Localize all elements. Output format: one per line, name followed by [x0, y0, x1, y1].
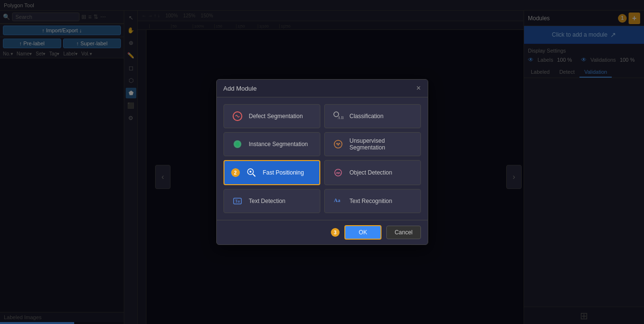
fast-positioning-icon	[245, 166, 258, 179]
modal-overlay[interactable]: Add Module × Defect Segmentation A B	[0, 0, 644, 324]
module-object-detection[interactable]: Object Detection	[324, 160, 421, 185]
svg-line-7	[253, 174, 255, 176]
module-instance-seg[interactable]: Instance Segmentation	[223, 132, 320, 156]
svg-point-4	[236, 142, 239, 146]
modal-body: Defect Segmentation A B Classification	[217, 97, 428, 220]
svg-point-5	[334, 140, 342, 148]
ok-button[interactable]: OK	[344, 225, 381, 240]
text-recognition-icon: Aa	[331, 194, 345, 208]
svg-text:Tα: Tα	[235, 199, 240, 203]
module-text-detection[interactable]: Tα Text Detection	[223, 189, 320, 213]
svg-point-8	[250, 171, 251, 173]
module-classification[interactable]: A B Classification	[324, 104, 421, 128]
modal-footer: 3 OK Cancel	[217, 220, 428, 244]
cancel-button[interactable]: Cancel	[386, 226, 421, 239]
instance-seg-label: Instance Segmentation	[249, 141, 308, 148]
classification-label: Classification	[350, 113, 384, 120]
unsupervised-seg-icon	[331, 137, 345, 151]
text-recognition-label: Text Recognition	[350, 198, 393, 204]
instance-seg-icon	[231, 137, 244, 151]
text-detection-icon: Tα	[231, 194, 244, 208]
unsupervised-seg-label: Unsupervised Segmentation	[350, 137, 414, 151]
text-detection-label: Text Detection	[249, 198, 286, 204]
modal-header: Add Module ×	[217, 80, 428, 97]
svg-text:Aa: Aa	[334, 197, 341, 203]
module-fast-positioning[interactable]: 2 Fast Positioning	[223, 160, 320, 185]
step3-badge: 3	[331, 228, 340, 237]
module-defect-seg[interactable]: Defect Segmentation	[223, 104, 320, 128]
svg-point-9	[335, 169, 342, 176]
defect-seg-icon	[231, 109, 244, 123]
module-text-recognition[interactable]: Aa Text Recognition	[324, 189, 421, 213]
classification-icon: A B	[331, 109, 345, 123]
add-module-dialog: Add Module × Defect Segmentation A B	[216, 79, 428, 245]
module-unsupervised-seg[interactable]: Unsupervised Segmentation	[324, 132, 421, 156]
svg-text:A B: A B	[338, 116, 344, 120]
step2-badge: 2	[231, 168, 240, 177]
modal-close-button[interactable]: ×	[416, 84, 421, 92]
object-detection-icon	[331, 166, 345, 179]
fast-positioning-label: Fast Positioning	[263, 169, 304, 176]
object-detection-label: Object Detection	[350, 169, 393, 176]
defect-seg-label: Defect Segmentation	[249, 113, 303, 120]
modal-title: Add Module	[223, 85, 257, 92]
